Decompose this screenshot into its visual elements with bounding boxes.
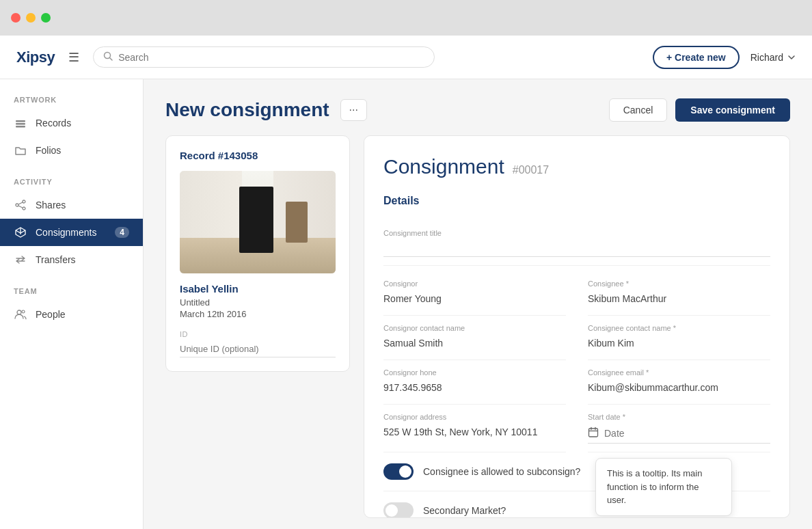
details-section-label: Details [383, 195, 770, 207]
two-column-layout: Record #143058 Isabel Yellin Untitled Ma… [165, 135, 790, 518]
consignment-title-field: Consignment title [383, 221, 770, 266]
window-controls [11, 13, 51, 23]
sidebar-item-transfers[interactable]: Transfers [0, 246, 143, 273]
app: Xipsy ☰ + Create new Richard ARTWORK [0, 36, 812, 529]
user-name: Richard [750, 52, 783, 63]
topnav-right: + Create new Richard [653, 46, 796, 69]
start-date-label: Start date * [588, 413, 770, 421]
consignee-email-label: Consignee email * [588, 368, 770, 377]
consignor-contact-field: Consignor contact name Samual Smith [383, 316, 566, 360]
sidebar-item-people[interactable]: People [0, 301, 143, 328]
svg-rect-4 [16, 126, 25, 128]
consignee-contact-value: Kibum Kim [588, 335, 770, 351]
subconsign-label: Consignee is allowed to subconsign? [423, 466, 580, 477]
consignor-label: Consignor [383, 280, 566, 288]
consignor-address-field: Consignor address 525 W 19th St, New Yor… [383, 405, 566, 452]
consignee-label: Consignee * [588, 280, 770, 288]
consignments-label: Consignments [36, 227, 97, 238]
artwork-title: Untitled [180, 297, 336, 308]
consignment-title-input[interactable] [383, 240, 770, 257]
search-box[interactable] [93, 46, 435, 68]
artwork-section-label: ARTWORK [0, 96, 143, 109]
logo: Xipsy [16, 49, 55, 66]
calendar-icon [588, 426, 599, 440]
consignment-title-label: Consignment title [383, 229, 770, 237]
svg-rect-12 [589, 429, 598, 437]
svg-line-1 [110, 58, 113, 61]
record-number: Record #143058 [180, 150, 336, 161]
consignor-field: Consignor Romer Young [383, 271, 566, 316]
consignment-title-text: Consignment [383, 155, 504, 178]
phone-email-row: Consignor hone 917.345.9658 Consignee em… [383, 360, 770, 405]
transfer-icon [14, 253, 27, 267]
sidebar-item-folios[interactable]: Folios [0, 137, 143, 164]
chevron-down-icon [787, 53, 796, 62]
consignor-address-label: Consignor address [383, 413, 566, 421]
main-layout: ARTWORK Records Folios ACTIVITY Share [0, 79, 812, 529]
create-new-button[interactable]: + Create new [653, 46, 740, 69]
start-date-field[interactable]: Start date * [588, 405, 770, 452]
team-section-label: TEAM [0, 287, 143, 301]
artist-name: Isabel Yellin [180, 283, 336, 295]
sidebar-item-records[interactable]: Records [0, 109, 143, 137]
id-field[interactable]: ID [180, 330, 336, 357]
consignee-value: Skibum MacArthur [588, 290, 770, 307]
more-options-button[interactable]: ··· [340, 99, 367, 121]
close-button[interactable] [11, 13, 21, 23]
layers-icon [14, 116, 27, 130]
contact-names-row: Consignor contact name Samual Smith Cons… [383, 316, 770, 360]
consignor-contact-label: Consignor contact name [383, 324, 566, 332]
search-input[interactable] [118, 52, 424, 63]
start-date-input[interactable] [604, 428, 770, 439]
sidebar-item-consignments[interactable]: Consignments 4 [0, 219, 143, 246]
tooltip-text: This is a tooltip. Its main function is … [607, 468, 702, 505]
svg-line-8 [18, 202, 23, 204]
consignee-email-field: Consignee email * Kibum@skibummacarthur.… [588, 360, 770, 405]
consignor-phone-field: Consignor hone 917.345.9658 [383, 360, 566, 405]
menu-icon[interactable]: ☰ [68, 50, 79, 65]
consignment-header: Consignment #00017 [383, 155, 770, 178]
svg-point-5 [23, 200, 25, 203]
consignor-value: Romer Young [383, 290, 566, 307]
svg-point-10 [17, 310, 21, 314]
consignment-form: Consignment #00017 Details Consignment t… [364, 135, 790, 518]
content-area: New consignment ··· Cancel Save consignm… [144, 79, 812, 529]
id-input[interactable] [180, 341, 336, 357]
subconsign-toggle[interactable] [383, 463, 414, 480]
svg-point-11 [22, 310, 25, 313]
maximize-button[interactable] [41, 13, 51, 23]
consignor-phone-value: 917.345.9658 [383, 379, 566, 396]
people-icon [14, 308, 27, 321]
minimize-button[interactable] [26, 13, 36, 23]
transfers-label: Transfers [36, 254, 76, 265]
consignor-address-value: 525 W 19th St, New York, NY 10011 [383, 424, 566, 440]
id-field-label: ID [180, 330, 336, 338]
record-card: Record #143058 Isabel Yellin Untitled Ma… [165, 135, 350, 372]
search-icon [103, 51, 113, 63]
sidebar-item-shares[interactable]: Shares [0, 191, 143, 219]
consignee-field: Consignee * Skibum MacArthur [588, 271, 770, 316]
folder-icon [14, 144, 27, 157]
save-consignment-button[interactable]: Save consignment [675, 98, 790, 122]
share-icon [14, 198, 27, 212]
address-date-row: Consignor address 525 W 19th St, New Yor… [383, 405, 770, 452]
title-bar [0, 0, 812, 36]
artwork-date: March 12th 2016 [180, 309, 336, 319]
secondary-market-toggle[interactable] [383, 502, 414, 518]
date-field-wrap[interactable] [588, 424, 770, 444]
header-actions: Cancel Save consignment [609, 98, 790, 122]
svg-rect-2 [16, 120, 25, 122]
user-menu[interactable]: Richard [750, 52, 796, 63]
page-title: New consignment [165, 99, 329, 121]
consignor-contact-value: Samual Smith [383, 335, 566, 351]
tooltip: This is a tooltip. Its main function is … [595, 458, 732, 516]
cancel-button[interactable]: Cancel [609, 98, 668, 122]
consignee-email-value: Kibum@skibummacarthur.com [588, 379, 770, 396]
topnav: Xipsy ☰ + Create new Richard [0, 36, 812, 79]
records-label: Records [36, 118, 71, 128]
consignee-contact-field: Consignee contact name * Kibum Kim [588, 316, 770, 360]
folios-label: Folios [36, 145, 61, 156]
shares-label: Shares [36, 200, 66, 211]
subconsign-toggle-row: Consignee is allowed to subconsign? This… [383, 452, 770, 491]
consignor-phone-label: Consignor hone [383, 368, 566, 377]
